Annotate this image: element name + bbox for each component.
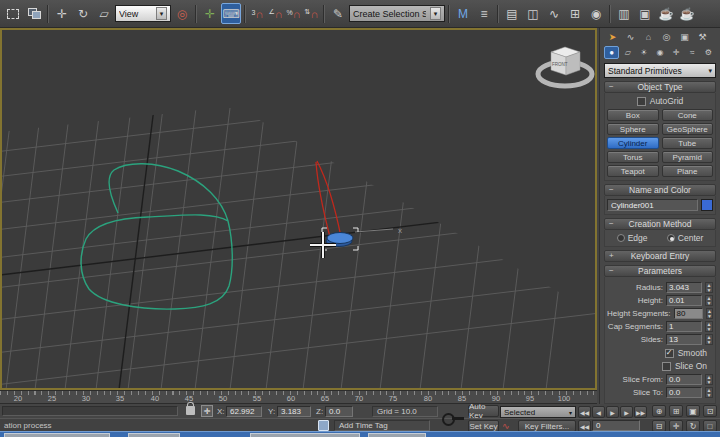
taskbar-button[interactable] bbox=[368, 433, 426, 437]
spinner-snap-toggle-icon[interactable]: ⇅∩ bbox=[303, 3, 320, 24]
height-spinner[interactable]: ▲▼ bbox=[705, 295, 713, 306]
y-coord-field[interactable]: 3.183 bbox=[277, 406, 311, 417]
previous-frame-button[interactable]: ◀ bbox=[592, 406, 605, 418]
plane-button[interactable]: Plane bbox=[662, 165, 714, 177]
curve-editor-icon[interactable]: ∿ bbox=[544, 3, 564, 24]
name-color-rollout-header[interactable]: − Name and Color bbox=[604, 184, 716, 196]
box-button[interactable]: Box bbox=[607, 109, 659, 121]
subtab-geometry-icon[interactable]: ● bbox=[604, 46, 619, 59]
tab-modify-icon[interactable]: ∿ bbox=[622, 30, 639, 44]
select-and-scale-icon[interactable]: ▱ bbox=[94, 3, 114, 24]
smooth-checkbox[interactable]: ✓ bbox=[665, 349, 674, 358]
use-pivot-point-center-icon[interactable]: ◎ bbox=[172, 3, 192, 24]
slice-to-spinner[interactable]: ▲▼ bbox=[705, 387, 713, 398]
reference-coordinate-system-dropdown[interactable]: View ▾ bbox=[115, 5, 171, 22]
taskbar-button[interactable] bbox=[250, 433, 360, 437]
slice-from-field[interactable]: 0.0 bbox=[666, 374, 702, 385]
keyboard-shortcut-override-icon[interactable]: ⌨ bbox=[221, 3, 241, 24]
primitive-category-dropdown[interactable]: Standard Primitives ▾ bbox=[604, 63, 716, 78]
track-bar[interactable]: 20 25 30 35 40 45 50 55 60 65 70 75 80 8… bbox=[0, 390, 597, 404]
slice-to-field[interactable]: 0.0 bbox=[666, 387, 702, 398]
rectangular-selection-region-icon[interactable] bbox=[3, 3, 23, 24]
selection-lock-icon[interactable] bbox=[186, 406, 195, 415]
next-frame-button[interactable]: ▶ bbox=[620, 406, 633, 418]
torus-button[interactable]: Torus bbox=[607, 151, 659, 163]
auto-key-button[interactable]: Auto Key bbox=[468, 405, 499, 417]
absolute-mode-transform-icon[interactable]: ✛ bbox=[201, 405, 213, 417]
subtab-cameras-icon[interactable]: ◉ bbox=[652, 46, 667, 59]
subtab-spacewarps-icon[interactable]: ≈ bbox=[685, 46, 700, 59]
time-tag-icon[interactable] bbox=[318, 420, 329, 431]
render-iterative-icon[interactable]: ☕ bbox=[677, 3, 697, 24]
angle-snap-toggle-icon[interactable]: ∠∩ bbox=[267, 3, 284, 24]
object-name-field[interactable]: Cylinder001 bbox=[607, 199, 698, 211]
subtab-systems-icon[interactable]: ⚙ bbox=[701, 46, 716, 59]
new-key-default-inout-icon[interactable]: ∿ bbox=[502, 421, 510, 431]
snap-toggle-3d-icon[interactable]: 3∩ bbox=[249, 3, 266, 24]
tab-create-icon[interactable]: ➤ bbox=[604, 30, 621, 44]
slice-from-spinner[interactable]: ▲▼ bbox=[705, 374, 713, 385]
keyboard-entry-rollout-header[interactable]: + Keyboard Entry bbox=[604, 250, 716, 262]
taskbar-button[interactable] bbox=[128, 433, 180, 437]
object-type-rollout-header[interactable]: − Object Type bbox=[604, 81, 716, 93]
selection-filter-dropdown[interactable]: Selected ▾ bbox=[500, 406, 576, 418]
cap-segments-spinner[interactable]: ▲▼ bbox=[705, 321, 713, 332]
align-icon[interactable]: ≡ bbox=[474, 3, 494, 24]
add-time-tag[interactable]: Add Time Tag bbox=[334, 420, 430, 431]
play-button[interactable]: ▶ bbox=[606, 406, 619, 418]
select-and-move-icon[interactable]: ✛ bbox=[52, 3, 72, 24]
tab-hierarchy-icon[interactable]: ⌂ bbox=[640, 30, 657, 44]
height-field[interactable]: 0.01 bbox=[666, 295, 702, 306]
subtab-helpers-icon[interactable]: ✛ bbox=[669, 46, 684, 59]
set-keys-button[interactable] bbox=[440, 404, 466, 431]
red-spline[interactable] bbox=[316, 161, 341, 237]
sphere-button[interactable]: Sphere bbox=[607, 123, 659, 135]
scene-explorer-icon[interactable]: ◫ bbox=[523, 3, 543, 24]
tab-utilities-icon[interactable]: ⚒ bbox=[694, 30, 711, 44]
edit-named-selection-sets-icon[interactable]: ✎ bbox=[328, 3, 348, 24]
cylinder-button[interactable]: Cylinder bbox=[607, 137, 659, 149]
geosphere-button[interactable]: GeoSphere bbox=[662, 123, 714, 135]
material-editor-icon[interactable]: ◉ bbox=[586, 3, 606, 24]
edge-radio[interactable]: Edge bbox=[617, 233, 648, 243]
height-segments-spinner[interactable]: ▲▼ bbox=[706, 308, 713, 319]
layer-manager-icon[interactable]: ▤ bbox=[502, 3, 522, 24]
slice-on-checkbox[interactable] bbox=[662, 362, 671, 371]
maxscript-mini-listener[interactable] bbox=[2, 406, 178, 416]
cone-button[interactable]: Cone bbox=[662, 109, 714, 121]
viewcube[interactable]: FRONT bbox=[538, 47, 592, 86]
zoom-extents-icon[interactable]: ▣ bbox=[686, 405, 700, 417]
zoom-extents-all-icon[interactable]: ⊡ bbox=[703, 405, 717, 417]
teal-spline[interactable] bbox=[81, 164, 232, 309]
go-to-start-button[interactable]: ◀◀ bbox=[578, 406, 591, 418]
create-selection-set-dropdown[interactable]: Create Selection Se ▾ bbox=[349, 5, 445, 22]
select-and-rotate-icon[interactable]: ↻ bbox=[73, 3, 93, 24]
radius-field[interactable]: 3.043 bbox=[666, 282, 702, 293]
render-production-icon[interactable]: ☕ bbox=[656, 3, 676, 24]
go-to-end-button[interactable]: ▶▶ bbox=[634, 406, 647, 418]
render-setup-icon[interactable]: ▥ bbox=[614, 3, 634, 24]
window-crossing-toggle-icon[interactable] bbox=[24, 3, 44, 24]
radius-spinner[interactable]: ▲▼ bbox=[705, 282, 713, 293]
zoom-icon[interactable]: ⊕ bbox=[652, 405, 666, 417]
z-coord-field[interactable]: 0.0 bbox=[325, 406, 353, 417]
select-and-manipulate-icon[interactable]: ✛ bbox=[200, 3, 220, 24]
teapot-button[interactable]: Teapot bbox=[607, 165, 659, 177]
parameters-rollout-header[interactable]: − Parameters bbox=[604, 265, 716, 277]
x-coord-field[interactable]: 62.992 bbox=[226, 406, 262, 417]
tab-motion-icon[interactable]: ◎ bbox=[658, 30, 675, 44]
rendered-frame-window-icon[interactable]: ▣ bbox=[635, 3, 655, 24]
object-color-swatch[interactable] bbox=[701, 199, 713, 211]
autogrid-checkbox[interactable] bbox=[637, 97, 646, 106]
subtab-shapes-icon[interactable]: ▱ bbox=[620, 46, 635, 59]
tab-display-icon[interactable]: ▣ bbox=[676, 30, 693, 44]
sides-field[interactable]: 13 bbox=[666, 334, 702, 345]
tube-button[interactable]: Tube bbox=[662, 137, 714, 149]
dropdown-arrow-icon[interactable]: ▾ bbox=[156, 7, 167, 20]
center-radio[interactable]: Center bbox=[667, 233, 704, 243]
sides-spinner[interactable]: ▲▼ bbox=[705, 334, 713, 345]
mirror-icon[interactable]: M bbox=[453, 3, 473, 24]
subtab-lights-icon[interactable]: ☀ bbox=[636, 46, 651, 59]
perspective-viewport[interactable]: x FRO bbox=[0, 28, 597, 390]
height-segments-field[interactable]: 80 bbox=[674, 308, 703, 319]
